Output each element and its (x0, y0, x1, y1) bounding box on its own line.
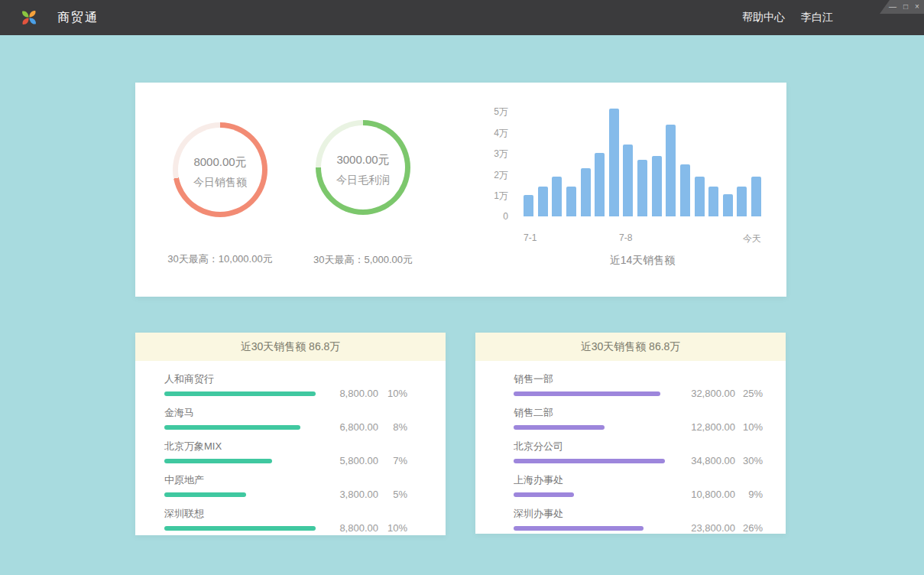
row-label: 销售二部 (514, 406, 665, 420)
row-main: 销售一部 (514, 372, 665, 396)
sales-bar (581, 168, 591, 217)
row-progress-bar (514, 492, 574, 497)
bar-chart-plot (524, 111, 761, 216)
y-tick: 5万 (494, 106, 508, 119)
row-values: 8,800.00 10% (325, 522, 407, 534)
x-tick: 7-1 (524, 232, 537, 243)
row-percent: 26% (735, 522, 763, 534)
sales-bar (609, 109, 619, 216)
panel-row: 北京分公司 34,800.00 30% (514, 440, 763, 463)
row-percent: 30% (735, 455, 763, 466)
bar-chart-title: 近14天销售额 (524, 254, 761, 268)
row-percent: 5% (378, 489, 407, 500)
row-percent: 7% (378, 455, 407, 466)
titlebar: 商贸通 帮助中心 李白江 — □ × (0, 0, 924, 35)
today-sales-value: 8000.00元 (193, 155, 246, 170)
row-amount: 5,800.00 (325, 455, 378, 466)
sales-bar (666, 125, 676, 216)
today-profit-gauge: 3000.00元 今日毛利润 30天最高：5,000.00元 (316, 120, 410, 215)
left-panel-rows: 人和商贸行 8,800.00 10% 金海马 6,800.00 8% 北京万象M… (135, 361, 446, 531)
row-values: 12,800.00 10% (674, 421, 763, 433)
row-amount: 34,800.00 (674, 455, 735, 466)
row-amount: 10,800.00 (674, 489, 735, 500)
row-percent: 9% (735, 489, 763, 500)
sales-bar (637, 160, 647, 217)
row-values: 8,800.00 10% (325, 388, 407, 399)
close-icon[interactable]: × (915, 3, 919, 11)
panel-row: 深圳联想 8,800.00 10% (164, 507, 407, 531)
y-tick: 3万 (494, 148, 508, 161)
y-tick: 2万 (494, 169, 508, 182)
titlebar-nav: 帮助中心 李白江 (742, 11, 833, 24)
sales-bar (723, 194, 733, 216)
row-progress-bar (514, 391, 660, 396)
row-main: 人和商贸行 (164, 372, 316, 396)
row-percent: 25% (735, 388, 763, 399)
row-progress-bar (514, 459, 665, 463)
sales-bar (680, 164, 690, 216)
row-label: 北京万象MIX (164, 440, 316, 453)
row-values: 5,800.00 7% (325, 455, 407, 466)
row-values: 23,800.00 26% (674, 522, 763, 534)
row-percent: 10% (378, 388, 407, 399)
panel-row: 深圳办事处 23,800.00 26% (514, 507, 763, 531)
app-title: 商贸通 (57, 10, 99, 26)
row-percent: 10% (735, 421, 763, 433)
left-panel-title: 近30天销售额 86.8万 (241, 340, 341, 354)
row-values: 6,800.00 8% (325, 421, 407, 433)
today-summary-card: 8000.00元 今日销售额 30天最高：10,000.00元 3000.00元… (135, 83, 786, 297)
panel-row: 人和商贸行 8,800.00 10% (164, 372, 407, 396)
left-panel-header: 近30天销售额 86.8万 (135, 333, 446, 361)
panel-row: 北京万象MIX 5,800.00 7% (164, 440, 407, 463)
row-amount: 8,800.00 (325, 522, 378, 534)
departments-sales-panel: 近30天销售额 86.8万 销售一部 32,800.00 25% 销售二部 12… (475, 333, 786, 534)
row-label: 人和商贸行 (164, 372, 316, 386)
minimize-icon[interactable]: — (889, 3, 896, 11)
user-name-link[interactable]: 李白江 (801, 11, 833, 24)
right-panel-rows: 销售一部 32,800.00 25% 销售二部 12,800.00 10% 北京… (475, 361, 786, 531)
row-progress-bar (164, 459, 272, 463)
sales-donut-center: 8000.00元 今日销售额 (178, 128, 262, 212)
row-main: 北京万象MIX (164, 440, 316, 463)
row-percent: 10% (378, 522, 407, 534)
maximize-icon[interactable]: □ (903, 3, 908, 11)
row-values: 10,800.00 9% (674, 489, 763, 500)
x-tick: 今天 (743, 232, 761, 245)
sales-bar (652, 156, 662, 216)
sales-bar (595, 153, 605, 216)
today-profit-label: 今日毛利润 (336, 174, 390, 187)
sales-bar (524, 195, 533, 216)
panel-row: 上海办事处 10,800.00 9% (514, 473, 763, 497)
today-sales-label: 今日销售额 (193, 176, 247, 190)
profit-donut-ring: 3000.00元 今日毛利润 (316, 120, 410, 215)
sales-bar (695, 177, 705, 216)
row-main: 深圳联想 (164, 507, 316, 531)
sales-bar (566, 187, 576, 216)
row-label: 上海办事处 (514, 473, 665, 487)
row-amount: 6,800.00 (325, 421, 378, 433)
row-main: 上海办事处 (514, 473, 665, 497)
today-sales-gauge: 8000.00元 今日销售额 30天最高：10,000.00元 (173, 122, 267, 217)
sales-bar (538, 187, 548, 216)
row-percent: 8% (378, 421, 407, 433)
row-main: 深圳办事处 (514, 507, 665, 531)
row-label: 深圳联想 (164, 507, 316, 521)
sales-bar (708, 187, 718, 216)
sales-bar (737, 187, 747, 216)
y-tick: 1万 (494, 190, 508, 203)
row-main: 北京分公司 (514, 440, 665, 463)
help-center-link[interactable]: 帮助中心 (742, 11, 785, 24)
customers-sales-panel: 近30天销售额 86.8万 人和商贸行 8,800.00 10% 金海马 6,8… (135, 333, 446, 535)
row-values: 34,800.00 30% (674, 455, 763, 466)
panel-row: 销售二部 12,800.00 10% (514, 406, 763, 430)
row-amount: 32,800.00 (674, 388, 735, 399)
row-main: 金海马 (164, 406, 316, 430)
row-label: 深圳办事处 (514, 507, 665, 521)
sales-30d-max: 30天最高：10,000.00元 (167, 252, 272, 266)
bar-chart-y-axis: 5万4万3万2万1万0 (465, 106, 508, 222)
sales-bar (751, 177, 761, 216)
sales-donut-ring: 8000.00元 今日销售额 (173, 122, 267, 217)
row-progress-bar (514, 425, 605, 430)
row-label: 北京分公司 (514, 440, 665, 453)
row-values: 3,800.00 5% (325, 489, 407, 500)
